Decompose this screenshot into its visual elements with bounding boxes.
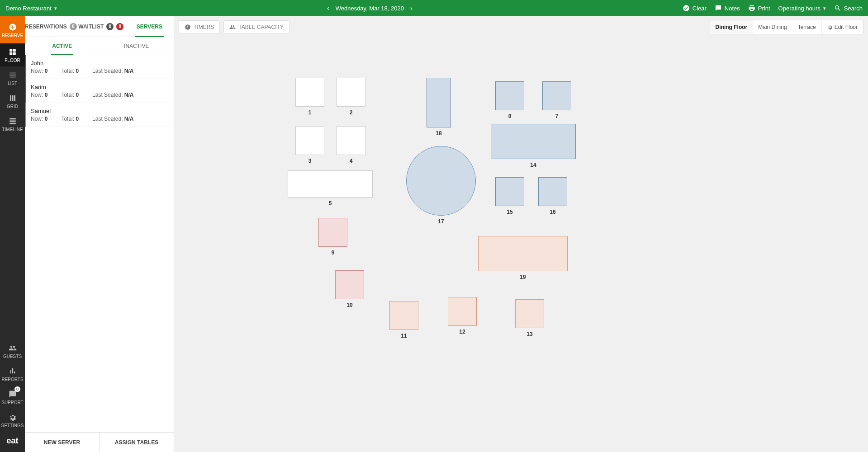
floor-canvas[interactable]: 1234518871417151691019111213 <box>174 38 868 452</box>
chart-icon <box>9 367 17 375</box>
nav-list[interactable]: LIST <box>0 66 25 89</box>
nav-reports[interactable]: REPORTS <box>0 363 25 386</box>
table-17[interactable] <box>406 146 476 216</box>
tab-servers[interactable]: SERVERS <box>125 16 174 37</box>
nav-floor[interactable]: FLOOR <box>0 43 25 66</box>
table-label: 8 <box>508 113 512 119</box>
floor-tabs: Dining Floor Main Dining Terrace Edit Fl… <box>710 20 863 34</box>
waitlist-count-alert: 0 <box>116 23 123 30</box>
left-nav: RESERVE FLOOR LIST GRID TIMELINE GUESTS … <box>0 16 25 452</box>
table-11[interactable] <box>389 301 418 330</box>
timers-button[interactable]: TIMERS <box>179 20 220 34</box>
server-item[interactable]: KarimNow: 0Total: 0Last Seated: N/A <box>25 79 174 103</box>
next-day-button[interactable]: › <box>410 5 413 12</box>
table-label: 11 <box>401 333 407 339</box>
assign-tables-button[interactable]: ASSIGN TABLES <box>100 433 174 452</box>
notes-icon <box>715 5 722 12</box>
nav-grid[interactable]: GRID <box>0 89 25 113</box>
chevron-down-icon: ▾ <box>823 5 826 11</box>
server-name: Samuel <box>31 108 168 114</box>
print-button[interactable]: Print <box>748 5 770 12</box>
table-label: 9 <box>332 250 335 256</box>
server-name: Karim <box>31 84 168 90</box>
search-icon <box>834 5 841 12</box>
tab-reservations[interactable]: RESERVATIONS 0 <box>25 16 77 37</box>
floor-tab-main-dining[interactable]: Main Dining <box>753 20 792 34</box>
subtab-inactive[interactable]: INACTIVE <box>100 37 174 55</box>
panel-tabs: RESERVATIONS 0 WAITLIST 0 0 SERVERS <box>25 16 174 37</box>
server-item[interactable]: JohnNow: 0Total: 0Last Seated: N/A <box>25 55 174 79</box>
notes-button[interactable]: Notes <box>715 5 740 12</box>
table-19[interactable] <box>478 236 568 271</box>
current-date[interactable]: Wednesday, Mar 18, 2020 <box>336 5 404 12</box>
table-13[interactable] <box>515 299 544 328</box>
check-circle-icon <box>683 5 690 12</box>
table-label: 12 <box>459 329 465 335</box>
nav-reserve[interactable]: RESERVE <box>0 16 25 43</box>
table-label: 2 <box>350 109 353 116</box>
nav-guests[interactable]: GUESTS <box>0 339 25 363</box>
grid-icon <box>9 48 17 56</box>
table-label: 19 <box>520 274 526 280</box>
edit-floor-button[interactable]: Edit Floor <box>821 20 863 34</box>
table-2[interactable] <box>337 78 365 107</box>
plus-circle-icon <box>9 23 17 31</box>
floor-tab-dining-floor[interactable]: Dining Floor <box>710 20 753 34</box>
columns-icon <box>9 94 17 102</box>
floor-tab-terrace[interactable]: Terrace <box>792 20 821 34</box>
list-icon <box>9 71 17 79</box>
tab-waitlist[interactable]: WAITLIST 0 0 <box>77 16 125 37</box>
clear-button[interactable]: Clear <box>683 5 707 12</box>
reservations-count: 0 <box>70 23 77 30</box>
brand-logo: eat <box>0 432 25 452</box>
table-label: 1 <box>308 109 312 116</box>
table-3[interactable] <box>295 126 324 155</box>
table-18[interactable] <box>427 78 451 127</box>
search-button[interactable]: Search <box>834 5 863 12</box>
table-5[interactable] <box>288 170 373 198</box>
table-label: 3 <box>308 158 312 164</box>
table-12[interactable] <box>448 297 477 326</box>
table-1[interactable] <box>295 78 324 107</box>
subtab-active[interactable]: ACTIVE <box>25 37 100 55</box>
new-server-button[interactable]: NEW SERVER <box>25 433 100 452</box>
table-15[interactable] <box>495 177 524 206</box>
date-nav: ‹ Wednesday, Mar 18, 2020 › <box>57 5 683 12</box>
restaurant-name: Demo Restaurant <box>5 5 52 12</box>
operating-hours-button[interactable]: Operating hours ▾ <box>778 5 826 12</box>
clock-icon <box>185 24 191 30</box>
nav-settings[interactable]: SETTINGS <box>0 409 25 432</box>
server-item[interactable]: SamuelNow: 0Total: 0Last Seated: N/A <box>25 103 174 127</box>
table-8[interactable] <box>495 81 524 110</box>
table-label: 15 <box>507 209 512 215</box>
table-label: 16 <box>550 209 555 215</box>
table-label: 17 <box>438 218 444 225</box>
floor-area: TIMERS TABLE CAPACITY Dining Floor Main … <box>174 16 868 452</box>
people-icon <box>229 24 236 30</box>
prev-day-button[interactable]: ‹ <box>327 5 329 12</box>
server-stats: Now: 0Total: 0Last Seated: N/A <box>31 116 168 122</box>
table-9[interactable] <box>318 218 347 247</box>
print-icon <box>748 5 755 12</box>
timeline-icon <box>9 117 17 125</box>
table-label: 4 <box>350 158 353 164</box>
panel-footer: NEW SERVER ASSIGN TABLES <box>25 432 174 452</box>
table-16[interactable] <box>538 177 567 206</box>
side-panel: RESERVATIONS 0 WAITLIST 0 0 SERVERS ACTI… <box>25 16 174 452</box>
table-14[interactable] <box>491 124 576 159</box>
nav-support[interactable]: 0 SUPPORT <box>0 386 25 409</box>
floor-toolbar: TIMERS TABLE CAPACITY Dining Floor Main … <box>174 16 868 38</box>
table-capacity-button[interactable]: TABLE CAPACITY <box>223 20 289 34</box>
table-label: 13 <box>526 331 532 337</box>
table-10[interactable] <box>335 270 364 299</box>
server-stats: Now: 0Total: 0Last Seated: N/A <box>31 68 168 74</box>
table-4[interactable] <box>337 126 365 155</box>
server-subtabs: ACTIVE INACTIVE <box>25 37 174 55</box>
server-list: JohnNow: 0Total: 0Last Seated: N/AKarimN… <box>25 55 174 432</box>
nav-timeline[interactable]: TIMELINE <box>0 113 25 136</box>
table-7[interactable] <box>542 81 571 110</box>
server-name: John <box>31 60 168 66</box>
top-bar: Demo Restaurant ▾ ‹ Wednesday, Mar 18, 2… <box>0 0 868 16</box>
table-label: 10 <box>346 302 352 308</box>
restaurant-selector[interactable]: Demo Restaurant ▾ <box>5 5 57 12</box>
